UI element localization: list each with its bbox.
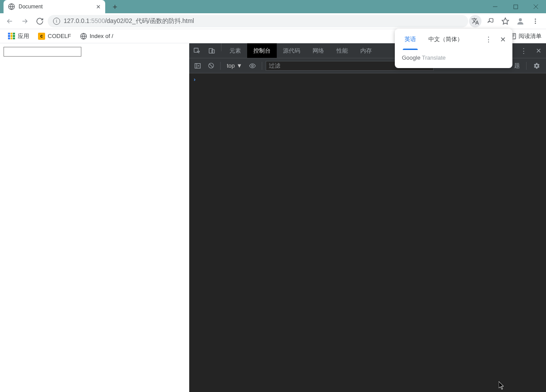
devtools-panel: 元素 控制台 源代码 网络 性能 内存 ⋮ ✕ top ▼ (189, 43, 546, 392)
device-toggle-icon[interactable] (204, 43, 219, 58)
codelf-label: CODELF (48, 33, 71, 39)
separator (526, 62, 527, 70)
share-icon[interactable] (484, 15, 496, 27)
devtools-menu-icon[interactable]: ⋮ (516, 47, 531, 55)
svg-point-8 (535, 20, 536, 22)
separator (221, 43, 221, 51)
translate-tabs: 英语 中文（简体） ⋮ ✕ (395, 29, 512, 50)
reading-list-button[interactable]: 阅读清单 (510, 32, 542, 40)
inspect-element-icon[interactable] (189, 43, 204, 58)
console-sidebar-toggle-icon[interactable] (192, 60, 203, 72)
chevron-down-icon: ▼ (237, 62, 242, 69)
svg-line-21 (209, 64, 213, 68)
svg-rect-16 (209, 48, 213, 53)
new-tab-button[interactable]: + (109, 1, 121, 13)
translate-tab-chinese[interactable]: 中文（简体） (422, 29, 469, 50)
omnibox[interactable]: i 127.0.0.1:5500/day02/02_代码/函数的防抖.html (48, 15, 468, 27)
apps-bookmark[interactable]: 应用 (4, 30, 33, 42)
browser-tab[interactable]: Document ✕ (4, 0, 105, 13)
indexof-label: Index of / (90, 33, 113, 39)
context-selector[interactable]: top ▼ (224, 62, 245, 69)
translate-popup-icons: ⋮ ✕ (482, 33, 509, 46)
window-close-button[interactable] (526, 0, 546, 13)
translate-close-icon[interactable]: ✕ (496, 33, 509, 46)
reload-button[interactable] (33, 14, 47, 28)
svg-rect-17 (212, 49, 214, 53)
window-minimize-button[interactable] (485, 0, 505, 13)
globe-icon (8, 3, 15, 10)
globe-icon (80, 33, 87, 40)
svg-marker-5 (502, 18, 509, 24)
devtools-close-icon[interactable]: ✕ (531, 47, 546, 55)
tab-close-icon[interactable]: ✕ (96, 4, 101, 10)
console-settings-icon[interactable] (530, 62, 543, 69)
reading-list-label: 阅读清单 (519, 32, 542, 40)
console-output[interactable]: › (189, 73, 546, 392)
url-text: 127.0.0.1:5500/day02/02_代码/函数的防抖.html (64, 17, 194, 25)
window-controls (485, 0, 546, 13)
svg-point-7 (535, 19, 536, 20)
live-expression-icon[interactable] (247, 60, 258, 72)
codelf-icon: c (38, 33, 45, 40)
chrome-menu-icon[interactable] (529, 15, 542, 27)
forward-button[interactable] (18, 14, 32, 28)
tab-memory[interactable]: 内存 (354, 43, 378, 58)
bookmark-star-icon[interactable] (499, 15, 512, 27)
devtools-right-icons: ⋮ ✕ (516, 43, 546, 58)
page-viewport (0, 43, 189, 392)
apps-label: 应用 (18, 32, 29, 40)
svg-point-22 (252, 65, 253, 67)
translate-icon[interactable] (469, 15, 481, 27)
translate-tab-english[interactable]: 英语 (398, 29, 422, 50)
translate-options-icon[interactable]: ⋮ (482, 33, 495, 46)
issues-label[interactable]: 题 (512, 62, 523, 70)
indexof-bookmark[interactable]: Index of / (76, 31, 117, 42)
tab-sources[interactable]: 源代码 (277, 43, 306, 58)
translate-brand: Google Translate (395, 50, 512, 68)
svg-rect-2 (514, 5, 518, 9)
tab-elements[interactable]: 元素 (223, 43, 247, 58)
codelf-bookmark[interactable]: c CODELF (34, 31, 75, 42)
tab-performance[interactable]: 性能 (330, 43, 354, 58)
svg-point-6 (519, 18, 522, 21)
page-text-input[interactable] (4, 47, 81, 57)
separator (262, 62, 262, 70)
profile-avatar-icon[interactable] (514, 15, 527, 27)
console-prompt-icon: › (194, 76, 195, 83)
translate-popup: 英语 中文（简体） ⋮ ✕ Google Translate (395, 29, 512, 68)
clear-console-icon[interactable] (205, 60, 217, 72)
separator (220, 62, 221, 70)
address-bar: i 127.0.0.1:5500/day02/02_代码/函数的防抖.html (0, 13, 546, 29)
tab-console[interactable]: 控制台 (247, 43, 277, 58)
site-info-icon[interactable]: i (53, 18, 60, 25)
addr-actions (469, 15, 543, 27)
content-area: 元素 控制台 源代码 网络 性能 内存 ⋮ ✕ top ▼ (0, 43, 546, 392)
window-maximize-button[interactable] (505, 0, 526, 13)
svg-rect-18 (195, 63, 200, 68)
back-button[interactable] (3, 14, 17, 28)
tab-title: Document (19, 4, 43, 10)
apps-grid-icon (8, 33, 15, 40)
window-titlebar: Document ✕ + (0, 0, 546, 13)
svg-point-9 (535, 23, 536, 24)
tab-network[interactable]: 网络 (306, 43, 330, 58)
